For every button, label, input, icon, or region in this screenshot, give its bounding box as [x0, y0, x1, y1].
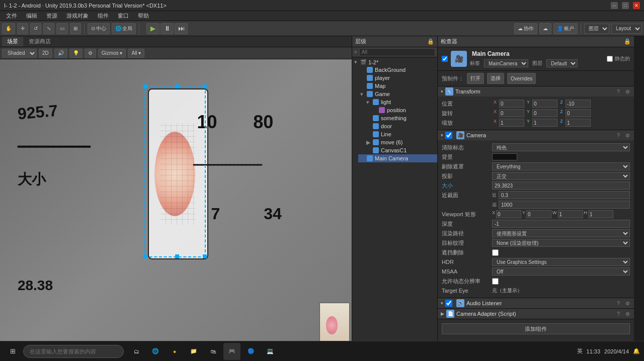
camera-enabled-checkbox[interactable]: [445, 132, 452, 139]
layers-select[interactable]: 图层: [584, 24, 609, 34]
camera-header[interactable]: ▾ 🎥 Camera ? ⚙: [438, 130, 634, 140]
start-button[interactable]: ⊞: [4, 343, 21, 360]
add-component-button[interactable]: 添加组件: [442, 323, 630, 334]
taskbar-code[interactable]: 💻: [262, 343, 279, 360]
gizmos-button[interactable]: Gizmos ▾: [98, 49, 126, 58]
audio-toggle[interactable]: 🔊: [54, 49, 67, 58]
hier-door[interactable]: door: [364, 122, 437, 130]
menu-help[interactable]: 帮助: [134, 11, 153, 21]
msaa-select[interactable]: Off: [492, 267, 630, 276]
camera-settings-icon[interactable]: ⚙: [624, 132, 631, 139]
transform-info-icon[interactable]: ?: [615, 88, 622, 95]
hierarchy-add-icon[interactable]: +: [354, 49, 357, 55]
menu-edit[interactable]: 编辑: [22, 11, 41, 21]
tool-hand[interactable]: ✋: [2, 23, 15, 34]
viewport-w[interactable]: [558, 210, 583, 218]
audio-listener-header[interactable]: ▾ 🔊 Audio Listener ? ⚙: [438, 298, 634, 308]
taskbar-browser2[interactable]: 🔵: [243, 343, 260, 360]
clearflags-select[interactable]: 纯色: [492, 143, 630, 151]
tab-asset-store[interactable]: 资源商店: [24, 37, 56, 46]
position-y[interactable]: [532, 100, 557, 108]
inspector-lock-icon[interactable]: 🔒: [624, 38, 631, 45]
object-enabled-checkbox[interactable]: [442, 56, 448, 62]
transform-header[interactable]: ▾ ⤡ Transform ? ⚙: [438, 86, 634, 97]
shading-select[interactable]: Shaded: [2, 49, 37, 58]
collaborate-button[interactable]: ☁ 协作: [514, 23, 537, 34]
play-button[interactable]: ▶: [146, 23, 159, 34]
hier-line[interactable]: Line: [364, 130, 437, 138]
scale-y[interactable]: [532, 119, 557, 127]
targettex-select[interactable]: None (渲染层纹理): [492, 239, 630, 247]
taskbar-search[interactable]: [23, 345, 124, 358]
hier-scene-root[interactable]: ▾ 🎬 1-2*: [352, 58, 437, 66]
account-button[interactable]: 👤 账户: [553, 23, 578, 34]
tool-scale[interactable]: ⤡: [43, 23, 54, 34]
tag-select[interactable]: MainCamera: [484, 59, 528, 67]
audio-settings-icon[interactable]: ⚙: [624, 300, 631, 307]
hier-canvas1[interactable]: CanvasC1: [364, 146, 437, 154]
cloud-button[interactable]: ☁: [539, 23, 551, 34]
tool-rotate[interactable]: ↺: [30, 23, 41, 34]
menu-assets[interactable]: 资源: [42, 11, 61, 21]
audio-enabled-checkbox[interactable]: [445, 300, 452, 307]
rotation-x[interactable]: [499, 109, 524, 117]
layer-select[interactable]: Default: [546, 59, 578, 67]
viewport-y[interactable]: [526, 210, 551, 218]
taskbar-files[interactable]: 📁: [185, 343, 202, 360]
camera-info-icon[interactable]: ?: [615, 132, 622, 139]
hierarchy-lock-icon[interactable]: 🔒: [427, 38, 434, 45]
hdr-select[interactable]: Use Graphics Settings: [492, 258, 630, 266]
viewport-h[interactable]: [588, 210, 613, 218]
static-checkbox[interactable]: [607, 56, 613, 62]
pause-button[interactable]: ⏸: [160, 23, 174, 34]
menu-gameobject[interactable]: 游戏对象: [62, 11, 93, 21]
hier-maincam[interactable]: Main Camera: [358, 154, 437, 162]
rotation-z[interactable]: [566, 109, 591, 117]
hier-move6[interactable]: ▶ move (6): [364, 138, 437, 146]
menu-component[interactable]: 组件: [94, 11, 113, 21]
hier-something[interactable]: something: [364, 114, 437, 122]
global-button[interactable]: 🌐 全局: [112, 23, 136, 34]
taskbar-file-explorer[interactable]: 🗂: [128, 343, 145, 360]
transform-settings-icon[interactable]: ⚙: [624, 88, 631, 95]
step-button[interactable]: ⏭: [175, 23, 188, 34]
notification-icon[interactable]: 🔔: [633, 348, 640, 354]
tool-transform[interactable]: ⊞: [70, 23, 81, 34]
all-layers-button[interactable]: All ▾: [128, 49, 144, 58]
lighting-toggle[interactable]: 💡: [69, 49, 83, 58]
camera-adapter-header[interactable]: ▶ 📄 Camera Adapter (Script) ? ⚙: [438, 309, 634, 319]
prefab-select-btn[interactable]: 选择: [487, 73, 504, 84]
layout-select[interactable]: Layout: [611, 24, 642, 34]
object-name-input[interactable]: [470, 50, 604, 57]
close-button[interactable]: ✕: [633, 2, 640, 9]
hier-position[interactable]: position: [370, 106, 437, 114]
tool-move[interactable]: ✛: [17, 23, 28, 34]
renderpath-select[interactable]: 使用图形设置: [492, 229, 630, 237]
minimize-button[interactable]: ─: [611, 2, 618, 9]
prefab-open-btn[interactable]: 打开: [467, 73, 484, 84]
taskbar-unity[interactable]: 🎮: [223, 343, 240, 360]
adapter-settings-icon[interactable]: ⚙: [624, 310, 631, 317]
position-z[interactable]: [566, 100, 591, 108]
center-button[interactable]: ⊙ 中心: [88, 23, 110, 34]
audio-info-icon[interactable]: ?: [615, 300, 622, 307]
hier-map[interactable]: Map: [358, 82, 437, 90]
taskbar-chrome[interactable]: ●: [166, 343, 183, 360]
scale-x[interactable]: [499, 119, 524, 127]
maximize-button[interactable]: □: [622, 2, 629, 9]
taskbar-store[interactable]: 🛍: [204, 343, 221, 360]
viewport-x[interactable]: [496, 210, 521, 218]
dynamic-res-checkbox[interactable]: [492, 278, 499, 285]
culling-select[interactable]: Everything: [492, 162, 630, 170]
hier-player[interactable]: player: [358, 74, 437, 82]
hier-game[interactable]: ▾ Game: [358, 90, 437, 98]
hierarchy-search[interactable]: [359, 48, 435, 56]
size-input[interactable]: [492, 182, 630, 190]
projection-select[interactable]: 正交: [492, 172, 630, 180]
hier-background[interactable]: BackGround: [358, 66, 437, 74]
position-x[interactable]: [499, 100, 524, 108]
prefab-overrides-btn[interactable]: Overrides: [507, 73, 536, 84]
rotation-y[interactable]: [532, 109, 557, 117]
far-input[interactable]: [499, 201, 630, 209]
effects-toggle[interactable]: ⚙: [85, 49, 96, 58]
